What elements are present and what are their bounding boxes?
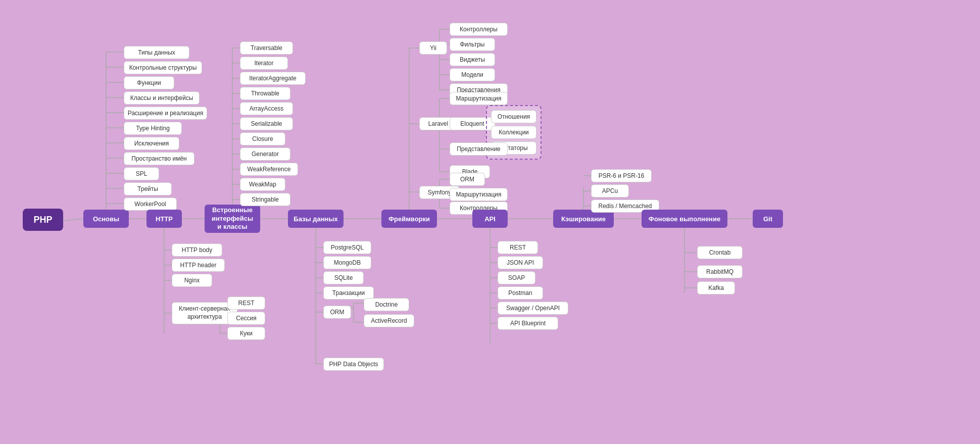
sessiya: Сессия <box>227 312 265 325</box>
osnovy-node: Основы <box>83 210 129 228</box>
nginx: Nginx <box>172 274 212 287</box>
bazy-label: Базы данных <box>293 215 337 223</box>
activerecord: ActiveRecord <box>364 314 414 327</box>
prostranstvo: Пространство имён <box>124 152 194 165</box>
http-header: HTTP header <box>172 259 225 272</box>
fonovoe-node: Фоновое выполнение <box>642 210 727 228</box>
postgresql: PostgreSQL <box>323 241 371 254</box>
apcu: APCu <box>591 184 629 198</box>
mongodb: MongoDB <box>323 256 371 269</box>
weakreference: WeakReference <box>240 163 298 176</box>
git-label: Git <box>763 215 772 223</box>
predstavlenie-laravel: Представление <box>450 142 508 156</box>
kuki: Куки <box>227 327 265 340</box>
crontab: Crontab <box>697 246 743 259</box>
svg-line-0 <box>63 219 83 221</box>
vstroen-label: Встроенные интерфейсы и классы <box>211 206 254 232</box>
otnosheniya: Отношения <box>491 110 536 123</box>
kollekcii: Коллекции <box>491 126 536 139</box>
iteratoraggregate: IteratorAggregate <box>240 72 306 85</box>
rasshirenie: Расширение и реализация <box>124 107 207 120</box>
isklyucheniya: Исключения <box>124 137 179 150</box>
spl: SPL <box>124 167 159 180</box>
workerpool: WorkerPool <box>124 198 177 211</box>
api-blueprint: API Blueprint <box>498 317 558 330</box>
yii-node: Yii <box>419 41 447 55</box>
php-label: PHP <box>33 215 52 225</box>
api-node: API <box>472 210 508 228</box>
serializable: Serializable <box>240 117 293 130</box>
rabbitmq: RabbitMQ <box>697 265 743 278</box>
funkcii: Функции <box>124 76 174 89</box>
git-node: Git <box>753 210 783 228</box>
stringable: Stringable <box>240 193 290 206</box>
weakmap: WeakMap <box>240 178 285 191</box>
freymorki-label: Фреймворки <box>388 215 430 223</box>
psr6-psr16: PSR-6 и PSR-16 <box>591 169 652 182</box>
kontrolnye: Контрольные структуры <box>124 61 202 74</box>
filtry-yii: Фильтры <box>450 38 495 51</box>
trejty: Трейты <box>124 182 172 195</box>
generator: Generator <box>240 147 290 161</box>
klassy: Классы и интерфейсы <box>124 91 200 105</box>
fonovoe-label: Фоновое выполнение <box>649 215 720 223</box>
http-body: HTTP body <box>172 243 222 257</box>
closure: Closure <box>240 132 285 145</box>
orm-symfony: ORM <box>450 173 485 186</box>
php-node: PHP <box>23 209 63 231</box>
rest-api: REST <box>498 241 538 254</box>
traversable: Traversable <box>240 41 293 55</box>
bazy-node: Базы данных <box>288 210 344 228</box>
kafka: Kafka <box>697 281 735 294</box>
vstroen-node: Встроенные интерфейсы и классы <box>205 205 260 233</box>
json-api: JSON API <box>498 256 543 269</box>
throwable: Throwable <box>240 87 290 100</box>
freymorki-node: Фреймворки <box>381 210 437 228</box>
sqlite: SQLite <box>323 271 364 284</box>
kontrollery-yii: Контроллеры <box>450 23 508 36</box>
mind-map: PHP Основы Типы данных Контрольные струк… <box>0 0 980 444</box>
vidzhety-yii: Виджеты <box>450 53 495 66</box>
arrayaccess: ArrayAccess <box>240 102 293 115</box>
rest-http: REST <box>227 297 265 310</box>
modeli-yii: Модели <box>450 68 495 81</box>
keshr-label: Кэширование <box>561 215 606 223</box>
marshrutizaciya-symfony: Маршрутизация <box>450 188 508 201</box>
php-data-objects: PHP Data Objects <box>323 358 384 371</box>
postman: Postman <box>498 286 543 300</box>
type-hinting: Type Hinting <box>124 122 182 135</box>
api-label: API <box>484 215 496 223</box>
tipy-dannyh: Типы данных <box>124 46 189 59</box>
doctrine: Doctrine <box>364 298 409 311</box>
iterator: Iterator <box>240 57 288 70</box>
http-node: HTTP <box>146 210 182 228</box>
http-label: HTTP <box>156 215 173 223</box>
osnovy-label: Основы <box>93 215 119 223</box>
marshrutizaciya-laravel: Маршрутизация <box>450 92 508 105</box>
soap: SOAP <box>498 271 535 284</box>
orm-bazy: ORM <box>323 306 351 319</box>
swagger: Swagger / OpenAPI <box>498 302 568 315</box>
